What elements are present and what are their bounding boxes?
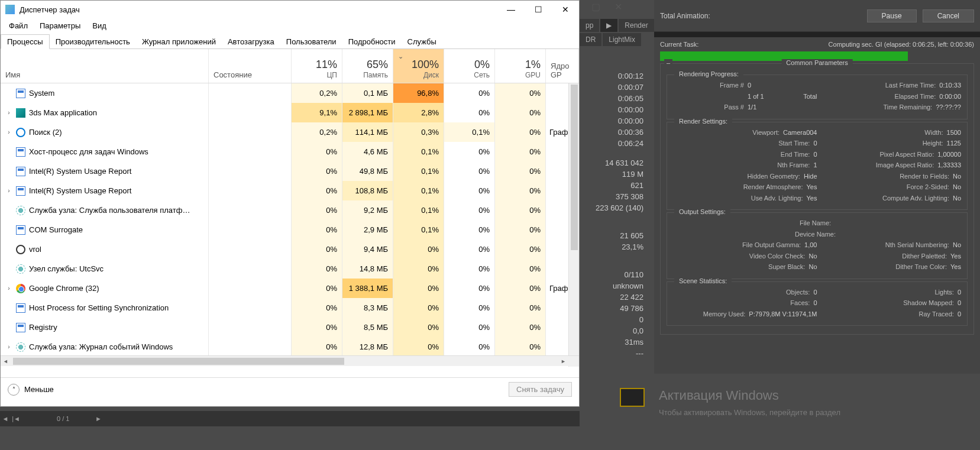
gpu-cell: 0% (495, 181, 546, 200)
expand-icon[interactable]: › (5, 187, 12, 194)
col-Память[interactable]: 65%Память (342, 49, 393, 83)
bg-timeline-first-icon[interactable]: |◄ (11, 415, 21, 422)
end-task-button[interactable]: Снять задачу (509, 382, 572, 397)
process-icon (16, 89, 25, 98)
col-status[interactable]: Состояние (209, 49, 292, 83)
expand-icon[interactable]: › (5, 129, 12, 135)
mem-cell: 108,8 МБ (342, 181, 393, 200)
menu-параметры[interactable]: Параметры (34, 20, 86, 31)
process-row[interactable]: Intel(R) System Usage Report0%49,8 МБ0,1… (1, 161, 579, 181)
process-grid: Имя Состояние 11%ЦП65%Память⌄100%Диск0%С… (1, 49, 579, 377)
task-manager-window: Диспетчер задач — ☐ ✕ ФайлПараметрыВид П… (0, 0, 580, 407)
windows-activation-sub: Чтобы активировать Windows, перейдите в … (659, 408, 840, 417)
close-button[interactable]: ✕ (552, 1, 579, 18)
disk-cell: 0% (393, 239, 444, 259)
expand-icon[interactable]: › (5, 109, 12, 116)
tab-4[interactable]: Пользователи (280, 35, 342, 48)
disk-cell: 0% (393, 298, 444, 318)
process-row[interactable]: ›3ds Max application9,1%2 898,1 МБ2,8%0%… (1, 103, 579, 122)
bg-close-icon[interactable]: ✕ (614, 1, 622, 12)
bg-timeline[interactable]: ◄ |◄ 0 / 1 ► (0, 411, 580, 426)
process-row[interactable]: vrol0%9,4 МБ0%0%0% (1, 239, 579, 259)
tab-2[interactable]: Журнал приложений (136, 35, 222, 48)
maximize-button[interactable]: ☐ (525, 1, 552, 18)
col-gpu-engine[interactable]: Ядро GP (546, 49, 579, 83)
net-cell: 0% (444, 161, 495, 181)
tabs: ПроцессыПроизводительностьЖурнал приложе… (1, 33, 579, 49)
process-row[interactable]: ›Поиск (2)0,2%114,1 МБ0,3%0,1%0%Граф (1, 122, 579, 142)
process-row[interactable]: COM Surrogate0%2,9 МБ0,1%0%0% (1, 220, 579, 239)
process-row[interactable]: ›Служба узла: Журнал событий Windows0%12… (1, 337, 579, 355)
expand-icon[interactable]: › (5, 344, 12, 350)
process-name: Поиск (2) (29, 128, 62, 137)
process-row[interactable]: Служба узла: Служба пользователя платф…0… (1, 200, 579, 220)
cpu-cell: 0% (292, 142, 342, 161)
cancel-button[interactable]: Cancel (923, 9, 974, 22)
expand-icon[interactable]: › (5, 285, 12, 292)
bg-timeline-prev-icon[interactable]: ◄ (0, 415, 11, 422)
mem-cell: 9,2 МБ (342, 200, 393, 220)
bg-play-icon[interactable]: ▶ (600, 19, 617, 32)
fewer-details-button[interactable]: ˄ Меньше (8, 384, 54, 396)
net-cell: 0% (444, 337, 495, 355)
mem-cell: 4,6 МБ (342, 142, 393, 161)
vertical-scrollbar[interactable] (568, 83, 579, 367)
col-Диск[interactable]: ⌄100%Диск (393, 49, 444, 83)
disk-cell: 0,1% (393, 200, 444, 220)
tab-5[interactable]: Подробности (342, 35, 402, 48)
pause-button[interactable]: Pause (867, 9, 917, 22)
gpu-cell: 0% (495, 83, 546, 103)
bg-render-btn[interactable]: Render (619, 19, 654, 32)
mem-cell: 8,3 МБ (342, 298, 393, 318)
disk-cell: 0,3% (393, 122, 444, 142)
disk-cell: 2,8% (393, 103, 444, 122)
mem-cell: 9,4 МБ (342, 239, 393, 259)
titlebar[interactable]: Диспетчер задач — ☐ ✕ (1, 1, 579, 18)
process-row[interactable]: Registry0%8,5 МБ0%0%0% (1, 318, 579, 337)
disk-cell: 0,1% (393, 142, 444, 161)
windows-activation-watermark: Активация Windows (659, 388, 779, 403)
tab-3[interactable]: Автозагрузка (222, 35, 280, 48)
process-name: Служба узла: Журнал событий Windows (29, 342, 173, 351)
bg-tab-dr[interactable]: DR (580, 33, 601, 46)
collapse-icon[interactable]: – (664, 59, 672, 66)
minimize-button[interactable]: — (497, 1, 525, 18)
process-row[interactable]: ›Google Chrome (32)0%1 388,1 МБ0%0%0%Гра… (1, 279, 579, 298)
process-icon (16, 147, 25, 157)
horizontal-scrollbar[interactable] (1, 355, 579, 366)
process-icon (16, 108, 25, 118)
net-cell: 0% (444, 83, 495, 103)
process-name: COM Surrogate (29, 225, 83, 234)
tab-6[interactable]: Службы (402, 35, 442, 48)
bg-timeline-next-icon[interactable]: ► (93, 415, 104, 422)
bg-maximize-icon[interactable]: ▢ (591, 1, 600, 12)
gpu-cell: 0% (495, 239, 546, 259)
grid-body: System0,2%0,1 МБ96,8%0%0%›3ds Max applic… (1, 83, 579, 355)
col-name[interactable]: Имя (1, 49, 209, 83)
tab-1[interactable]: Производительность (50, 35, 136, 48)
col-GPU[interactable]: 1%GPU (495, 49, 546, 83)
disk-cell: 0,1% (393, 181, 444, 200)
process-name: Intel(R) System Usage Report (29, 167, 131, 176)
disk-cell: 0% (393, 279, 444, 298)
process-row[interactable]: System0,2%0,1 МБ96,8%0%0% (1, 83, 579, 103)
bg-thumbnail[interactable] (620, 388, 645, 407)
col-Сеть[interactable]: 0%Сеть (444, 49, 495, 83)
net-cell: 0% (444, 200, 495, 220)
bg-tab-pp[interactable]: pp (580, 19, 599, 32)
menu-файл[interactable]: Файл (3, 20, 34, 31)
process-row[interactable]: ›Intel(R) System Usage Report0%108,8 МБ0… (1, 181, 579, 200)
net-cell: 0% (444, 318, 495, 337)
process-name: Intel(R) System Usage Report (29, 186, 131, 195)
col-ЦП[interactable]: 11%ЦП (292, 49, 342, 83)
process-row[interactable]: Host Process for Setting Synchronization… (1, 298, 579, 318)
menu-вид[interactable]: Вид (86, 20, 112, 31)
tab-0[interactable]: Процессы (1, 34, 50, 49)
process-name: Узел службы: UtcSvc (29, 264, 104, 273)
mem-cell: 49,8 МБ (342, 161, 393, 181)
process-row[interactable]: Узел службы: UtcSvc0%14,8 МБ0%0%0% (1, 259, 579, 279)
disk-cell: 0,1% (393, 220, 444, 239)
process-row[interactable]: Хост-процесс для задач Windows0%4,6 МБ0,… (1, 142, 579, 161)
bg-tab-lightmix[interactable]: LightMix (603, 33, 641, 46)
mem-cell: 8,5 МБ (342, 318, 393, 337)
